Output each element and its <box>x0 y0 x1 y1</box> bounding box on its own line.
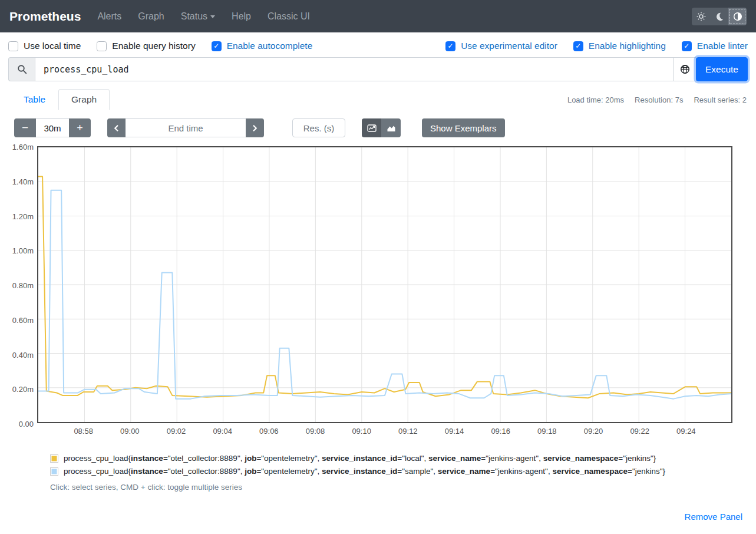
x-tick-label: 09:02 <box>167 427 186 436</box>
checkbox-checked[interactable]: ✓ <box>445 41 455 51</box>
x-tick-label: 09:06 <box>259 427 279 436</box>
option-enable-query-history[interactable]: Enable query history <box>97 41 195 51</box>
query-stats: Load time: 20msResolution: 7sResult seri… <box>567 95 747 104</box>
stat-item: Load time: 20ms <box>567 95 624 104</box>
nav-item-alerts[interactable]: Alerts <box>89 11 130 22</box>
time-forward-button[interactable] <box>246 118 264 137</box>
end-time-input[interactable] <box>126 118 246 137</box>
panel-footer: Remove Panel <box>0 512 742 522</box>
y-tick-label: 0.40m <box>1 351 34 360</box>
dropdown-caret-icon <box>210 15 215 18</box>
legend-series-label: process_cpu_load{instance="otel_collecto… <box>64 454 656 463</box>
checkbox-checked[interactable]: ✓ <box>682 41 692 51</box>
theme-toggle-group <box>692 8 747 25</box>
x-axis-labels: 08:5809:0009:0209:0409:0609:0809:1009:12… <box>37 427 732 440</box>
chevron-left-icon <box>114 124 119 132</box>
dark-theme-button[interactable] <box>710 8 728 25</box>
circle-half-icon <box>733 12 742 21</box>
tabs-zone: Load time: 20msResolution: 7sResult seri… <box>0 89 756 110</box>
options-bar: Use local timeEnable query history✓Enabl… <box>0 32 756 57</box>
option-enable-linter[interactable]: ✓Enable linter <box>682 41 748 51</box>
light-theme-button[interactable] <box>692 8 710 25</box>
resolution-input[interactable] <box>292 118 345 137</box>
stat-item: Resolution: 7s <box>635 95 683 104</box>
query-input[interactable] <box>35 57 674 81</box>
moon-icon <box>715 12 724 21</box>
time-back-button[interactable] <box>107 118 126 137</box>
plot-area[interactable]: 0.000.20m0.40m0.60m0.80m1.00m1.20m1.40m1… <box>37 146 732 423</box>
line-chart-button[interactable] <box>362 118 381 137</box>
x-tick-label: 09:20 <box>584 427 603 436</box>
option-label: Enable query history <box>112 41 195 51</box>
y-tick-label: 1.40m <box>1 177 34 187</box>
option-label: Enable autocomplete <box>227 41 313 51</box>
chevron-right-icon <box>252 124 257 132</box>
query-bar: Execute <box>8 57 748 81</box>
option-enable-autocomplete[interactable]: ✓Enable autocomplete <box>212 41 313 51</box>
nav-item-help[interactable]: Help <box>223 11 259 22</box>
stat-item: Result series: 2 <box>694 95 747 104</box>
stacked-chart-button[interactable] <box>381 118 401 137</box>
legend-item[interactable]: process_cpu_load{instance="otel_collecto… <box>50 467 756 476</box>
y-tick-label: 0.80m <box>1 281 34 291</box>
checkbox-unchecked[interactable] <box>8 41 18 51</box>
x-tick-label: 09:08 <box>306 427 325 436</box>
remove-panel-link[interactable]: Remove Panel <box>685 512 742 522</box>
option-label: Enable highlighting <box>589 41 666 51</box>
nav-item-status[interactable]: Status <box>173 11 223 22</box>
x-tick-label: 08:58 <box>74 427 93 436</box>
options-right: ✓Use experimental editor✓Enable highligh… <box>430 41 748 51</box>
globe-icon <box>680 64 690 74</box>
auto-theme-button[interactable] <box>728 8 747 25</box>
option-enable-highlighting[interactable]: ✓Enable highlighting <box>573 41 666 51</box>
y-tick-label: 1.60m <box>1 143 34 152</box>
graph-controls: − + Show Exempla <box>14 118 756 137</box>
legend-series-label: process_cpu_load{instance="otel_collecto… <box>64 467 665 476</box>
tab-graph[interactable]: Graph <box>58 89 110 110</box>
legend-hint: Click: select series, CMD + click: toggl… <box>50 483 756 492</box>
legend-swatch-icon <box>50 467 58 476</box>
y-tick-label: 0.20m <box>1 385 34 394</box>
legend-swatch-icon <box>50 454 58 463</box>
execute-button[interactable]: Execute <box>696 57 748 81</box>
x-tick-label: 09:22 <box>630 427 649 436</box>
range-group: − + <box>14 118 91 137</box>
nav-links: AlertsGraphStatusHelpClassic UI <box>89 11 318 22</box>
sun-icon <box>696 12 706 21</box>
x-tick-label: 09:16 <box>491 427 510 436</box>
x-tick-label: 09:12 <box>398 427 418 436</box>
options-left: Use local timeEnable query history✓Enabl… <box>8 41 328 51</box>
range-input[interactable] <box>36 118 69 137</box>
option-use-experimental-editor[interactable]: ✓Use experimental editor <box>445 41 557 51</box>
x-tick-label: 09:04 <box>213 427 232 436</box>
range-decrease-button[interactable]: − <box>14 118 36 137</box>
chart: 0.000.20m0.40m0.60m0.80m1.00m1.20m1.40m1… <box>37 146 732 440</box>
x-tick-label: 09:14 <box>445 427 464 436</box>
end-time-group <box>107 118 264 137</box>
app-brand[interactable]: Prometheus <box>9 9 81 24</box>
checkbox-checked[interactable]: ✓ <box>212 41 222 51</box>
option-label: Enable linter <box>697 41 748 51</box>
nav-item-graph[interactable]: Graph <box>130 11 172 22</box>
checkbox-checked[interactable]: ✓ <box>573 41 583 51</box>
y-tick-label: 1.00m <box>1 246 34 256</box>
chart-type-group <box>362 118 401 137</box>
x-tick-label: 09:10 <box>352 427 371 436</box>
option-label: Use experimental editor <box>461 41 557 51</box>
x-tick-label: 09:18 <box>537 427 557 436</box>
y-tick-label: 1.20m <box>1 212 34 222</box>
y-tick-label: 0.60m <box>1 316 34 325</box>
option-use-local-time[interactable]: Use local time <box>8 41 81 51</box>
nav-item-classic-ui[interactable]: Classic UI <box>259 11 318 22</box>
area-chart-icon <box>387 124 396 133</box>
tab-table[interactable]: Table <box>11 89 58 110</box>
y-tick-label: 0.00 <box>1 420 34 429</box>
checkbox-unchecked[interactable] <box>97 41 107 51</box>
navbar: Prometheus AlertsGraphStatusHelpClassic … <box>0 0 756 32</box>
show-exemplars-button[interactable]: Show Exemplars <box>422 118 505 137</box>
legend-item[interactable]: process_cpu_load{instance="otel_collecto… <box>50 454 756 463</box>
range-increase-button[interactable]: + <box>69 118 91 137</box>
metrics-explorer-button[interactable] <box>674 57 696 81</box>
search-addon <box>8 57 35 81</box>
x-tick-label: 09:24 <box>676 427 696 436</box>
